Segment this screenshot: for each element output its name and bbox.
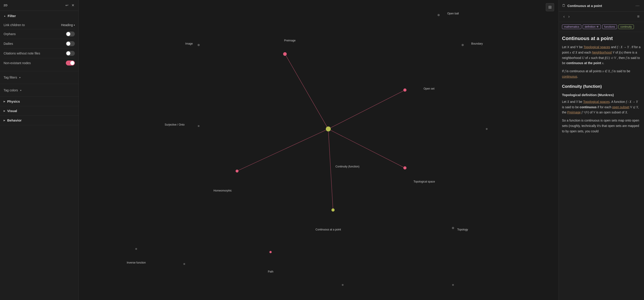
panel-header-left: 2D — [4, 4, 8, 7]
graph-area[interactable]: ⊞ Continuity (function)PreimageOpen setT… — [79, 0, 558, 300]
non-existant-row: Non-existant nodes — [4, 58, 75, 68]
graph-node-open_ball[interactable] — [438, 14, 440, 16]
tag-colors-chevron-icon: ▾ — [20, 89, 21, 92]
tag-continuity[interactable]: continuity — [618, 25, 634, 29]
dailies-row: Dailies — [4, 39, 75, 49]
content-para-3: Let X and Y be Topological spaces. A fun… — [562, 99, 641, 115]
citations-toggle[interactable] — [66, 51, 75, 56]
section2-title: Continuity (function) — [562, 83, 641, 90]
orphans-toggle[interactable] — [66, 32, 75, 37]
filter-section-header[interactable]: ▲ Filter — [4, 14, 75, 18]
tag-colors-row[interactable]: Tag colors ▾ — [4, 87, 75, 94]
open-subset-link[interactable]: open subset — [612, 105, 629, 109]
content-para-2: If f is continuous at all points x ∈ X, … — [562, 69, 641, 79]
nav-back-button[interactable]: ‹ — [562, 13, 566, 20]
link-children-value[interactable]: Heading ▾ — [61, 23, 75, 27]
graph-node-homeomorphic[interactable] — [236, 170, 238, 172]
citations-row: Citations without note files — [4, 49, 75, 58]
tag-functions[interactable]: functions — [602, 25, 617, 29]
graph-node-label-surjective: Surjective / Onto — [165, 123, 185, 126]
graph-node-topological_space[interactable] — [403, 166, 406, 170]
tag-filters-row[interactable]: Tag filters ▾ — [4, 74, 75, 81]
tag-mathematics[interactable]: mathematics — [562, 25, 581, 29]
graph-node-path[interactable] — [270, 251, 272, 253]
content-para-1: Let X and Y be Topological spaces and f … — [562, 45, 641, 66]
visual-header[interactable]: ▶ Visual — [4, 109, 75, 113]
svg-line-3 — [237, 129, 328, 171]
citations-label: Citations without note files — [4, 52, 40, 55]
behavior-title: Behavior — [7, 118, 22, 122]
graph-node-label-preimage: Preimage — [284, 39, 296, 42]
svg-line-2 — [328, 129, 405, 168]
graph-node-inverse_fn[interactable] — [135, 248, 137, 250]
visual-title: Visual — [7, 109, 17, 113]
topological-spaces-link-2[interactable]: Topological spaces — [583, 100, 610, 103]
content-body: Let X and Y be Topological spaces and f … — [562, 45, 641, 134]
graph-node-preimage[interactable] — [283, 52, 287, 56]
graph-node-c[interactable] — [486, 128, 488, 130]
right-header-left: 🗒 Continuous at a point — [562, 4, 602, 8]
graph-node-open_set[interactable] — [403, 88, 406, 92]
graph-node-boundary[interactable] — [462, 44, 464, 46]
list-view-button[interactable]: ≡ — [636, 13, 641, 20]
physics-chevron-icon: ▶ — [4, 100, 6, 103]
right-header: 🗒 Continuous at a point ⋯ — [559, 0, 644, 12]
link-children-label: Link children to — [4, 23, 25, 27]
right-content: Continuous at a point Let X and Y be Top… — [559, 32, 644, 300]
behavior-section: ▶ Behavior — [0, 116, 78, 125]
graph-node-center[interactable] — [326, 126, 331, 131]
graph-node-ba[interactable] — [183, 263, 185, 265]
filter-chevron-icon: ▲ — [4, 15, 6, 17]
filter-section: ▲ Filter Link children to Heading ▾ Orph… — [0, 11, 78, 71]
tags-row: mathematics definition 👁 functions conti… — [559, 22, 644, 32]
doc-icon: 🗒 — [562, 4, 566, 8]
content-para-4: So a function is continuous is open sets… — [562, 118, 641, 134]
behavior-chevron-icon: ▶ — [4, 119, 6, 121]
graph-node-surjective[interactable] — [198, 125, 200, 127]
panel-icons: ↩ ✕ — [65, 3, 75, 8]
graph-node-label-continuous_at_point: Continuous at a point — [316, 228, 341, 231]
graph-node-bottom2[interactable] — [452, 284, 454, 286]
graph-node-image[interactable] — [198, 44, 200, 46]
orphans-label: Orphans — [4, 32, 16, 36]
close-button[interactable]: ✕ — [71, 3, 75, 8]
filter-section-title: Filter — [8, 14, 16, 18]
right-panel-title: Continuous at a point — [568, 4, 602, 8]
link-children-row: Link children to Heading ▾ — [4, 21, 75, 29]
panel-header: 2D ↩ ✕ — [0, 0, 78, 11]
physics-section: ▶ Physics — [0, 97, 78, 106]
nav-arrows: ‹ › — [562, 13, 571, 20]
preimage-link[interactable]: Preimage — [567, 110, 581, 114]
graph-node-topology[interactable] — [452, 227, 454, 229]
graph-node-continuous_at_point[interactable] — [332, 208, 334, 212]
layout-toggle-button[interactable]: ⊞ — [546, 3, 554, 11]
more-options-button[interactable]: ⋯ — [634, 2, 641, 9]
undo-button[interactable]: ↩ — [65, 3, 69, 8]
undo-icon: ↩ — [66, 3, 68, 8]
tag-filters-chevron-icon: ▾ — [19, 76, 20, 79]
behavior-header[interactable]: ▶ Behavior — [4, 118, 75, 122]
svg-line-0 — [285, 54, 328, 129]
tag-definition-text: definition — [585, 25, 596, 28]
continuous-link[interactable]: continuous — [562, 75, 577, 78]
neighborhood-link[interactable]: Neighborhood — [592, 51, 612, 54]
graph-node-label-open_set: Open set — [424, 87, 434, 90]
content-main-title: Continuous at a point — [562, 36, 641, 41]
link-children-value-text: Heading — [61, 23, 73, 27]
panel-title: 2D — [4, 4, 8, 7]
tag-colors-section: Tag colors ▾ — [0, 84, 78, 97]
graph-node-label-image: Image — [186, 42, 193, 45]
graph-node-label-topological_space: Topological space — [414, 180, 435, 183]
graph-node-label-boundary: Boundary — [471, 42, 483, 45]
physics-header[interactable]: ▶ Physics — [4, 99, 75, 103]
dailies-label: Dailies — [4, 42, 13, 46]
dailies-toggle[interactable] — [66, 41, 75, 46]
graph-node-label-inverse_fn: Inverse function — [127, 261, 146, 264]
tag-definition[interactable]: definition 👁 — [583, 25, 601, 29]
non-existant-toggle[interactable] — [66, 61, 75, 66]
right-panel: 🗒 Continuous at a point ⋯ ‹ › ≡ mathemat… — [558, 0, 644, 300]
graph-node-bottom1[interactable] — [342, 284, 344, 286]
topological-spaces-link-1[interactable]: Topological spaces — [584, 45, 610, 49]
right-nav-row: ‹ › ≡ — [559, 12, 644, 22]
nav-forward-button[interactable]: › — [567, 13, 571, 20]
